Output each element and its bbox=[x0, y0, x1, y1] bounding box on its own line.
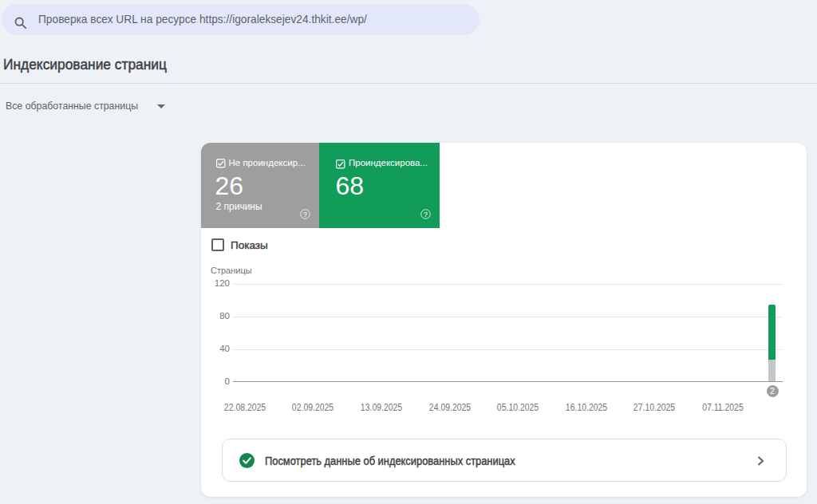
svg-text:?: ? bbox=[303, 211, 307, 219]
svg-text:?: ? bbox=[424, 211, 428, 219]
